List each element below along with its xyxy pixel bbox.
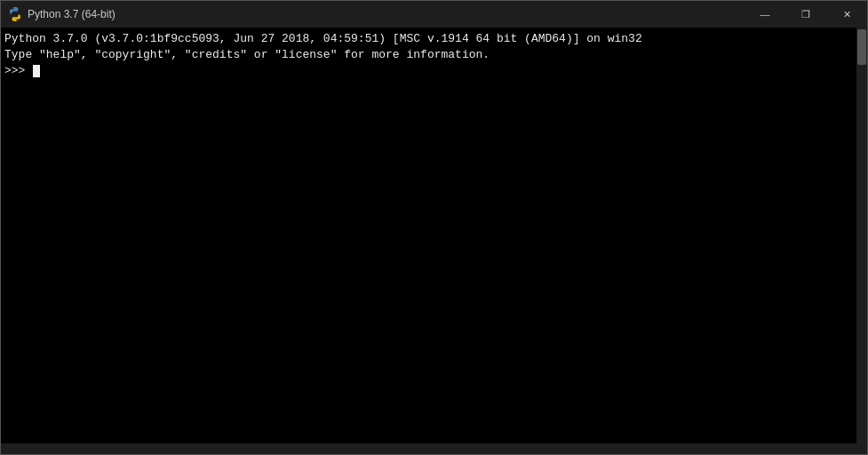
- title-bar-controls: — ❐ ✕: [745, 1, 867, 28]
- vertical-scrollbar[interactable]: [856, 28, 867, 443]
- horizontal-scrollbar[interactable]: [1, 443, 867, 454]
- terminal-cursor: [33, 65, 40, 77]
- title-bar-left: Python 3.7 (64-bit): [8, 7, 115, 21]
- close-button[interactable]: ✕: [826, 1, 867, 28]
- window: Python 3.7 (64-bit) — ❐ ✕ Python 3.7.0 (…: [0, 0, 868, 455]
- minimize-button[interactable]: —: [745, 1, 785, 28]
- terminal-prompt: >>>: [4, 63, 32, 79]
- terminal-prompt-line: >>>: [4, 63, 864, 79]
- terminal-output-line2: Type "help", "copyright", "credits" or "…: [4, 47, 864, 63]
- maximize-button[interactable]: ❐: [785, 1, 826, 28]
- scrollbar-thumb[interactable]: [857, 29, 866, 65]
- title-bar: Python 3.7 (64-bit) — ❐ ✕: [1, 1, 867, 28]
- terminal-output-line1: Python 3.7.0 (v3.7.0:1bf9cc5093, Jun 27 …: [4, 31, 864, 47]
- terminal-body[interactable]: Python 3.7.0 (v3.7.0:1bf9cc5093, Jun 27 …: [1, 28, 867, 443]
- python-icon: [8, 7, 22, 21]
- title-bar-title: Python 3.7 (64-bit): [28, 8, 115, 20]
